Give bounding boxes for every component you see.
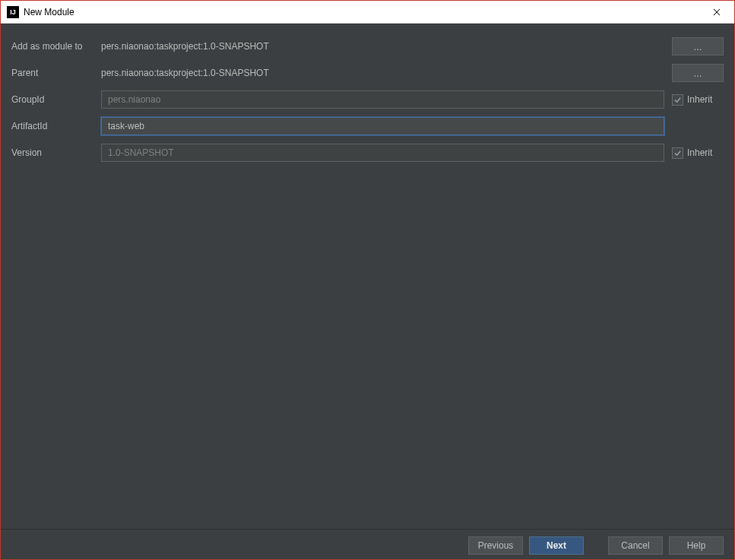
add-module-to-label: Add as module to <box>11 41 101 52</box>
parent-label: Parent <box>11 68 101 78</box>
add-module-to-value: pers.niaonao:taskproject:1.0-SNAPSHOT <box>101 41 664 52</box>
group-id-input <box>101 90 664 109</box>
checkbox-icon[interactable] <box>672 94 683 106</box>
inherit-label: Inherit <box>687 94 712 105</box>
previous-button[interactable]: Previous <box>468 536 523 555</box>
inherit-label: Inherit <box>687 147 712 158</box>
close-icon[interactable] <box>705 1 728 24</box>
artifact-id-label: ArtifactId <box>11 121 101 131</box>
version-inherit[interactable]: Inherit <box>672 147 724 159</box>
dialog-content: Add as module to pers.niaonao:taskprojec… <box>1 24 734 529</box>
app-icon: IJ <box>7 6 19 18</box>
dialog-footer: Previous Next Cancel Help <box>1 529 734 560</box>
parent-value: pers.niaonao:taskproject:1.0-SNAPSHOT <box>101 68 664 78</box>
parent-browse-button[interactable]: ... <box>672 64 724 82</box>
help-button[interactable]: Help <box>669 536 724 555</box>
next-button[interactable]: Next <box>529 536 584 555</box>
checkbox-icon[interactable] <box>672 147 683 159</box>
window-title: New Module <box>24 7 705 17</box>
group-id-inherit[interactable]: Inherit <box>672 94 724 106</box>
add-module-to-row: Add as module to pers.niaonao:taskprojec… <box>11 37 724 55</box>
add-module-to-browse-button[interactable]: ... <box>672 37 724 55</box>
artifact-id-input[interactable] <box>101 117 664 135</box>
group-id-label: GroupId <box>11 94 101 105</box>
group-id-row: GroupId Inherit <box>11 90 724 109</box>
version-input <box>101 144 664 162</box>
titlebar: IJ New Module <box>1 1 734 24</box>
cancel-button[interactable]: Cancel <box>608 536 663 555</box>
version-label: Version <box>11 147 101 158</box>
artifact-id-row: ArtifactId <box>11 117 724 135</box>
parent-row: Parent pers.niaonao:taskproject:1.0-SNAP… <box>11 64 724 82</box>
version-row: Version Inherit <box>11 144 724 162</box>
